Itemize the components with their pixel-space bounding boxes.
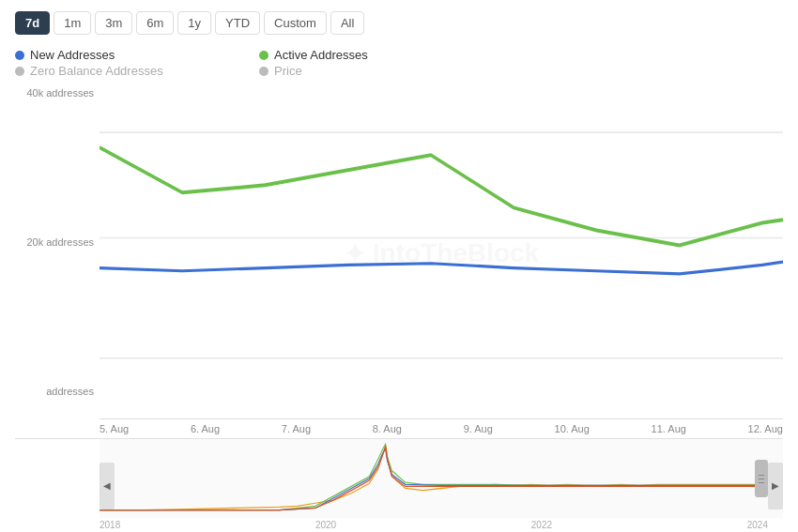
scroll-right-button[interactable]: ▶ — [768, 463, 783, 509]
x-axis-label: 6. Aug — [191, 423, 220, 434]
chart-legend: New AddressesActive AddressesZero Balanc… — [15, 48, 503, 78]
mini-chart-svg — [100, 439, 783, 518]
x-axis-label: 12. Aug — [748, 423, 783, 434]
mini-x-axis-label: 2024 — [747, 520, 768, 530]
y-axis: 40k addresses20k addressesaddresses — [15, 87, 100, 419]
time-btn-7d[interactable]: 7d — [15, 11, 50, 35]
main-chart-area: ✦ IntoTheBlock — [100, 87, 783, 419]
legend-dot — [259, 67, 269, 76]
mini-chart-inner — [15, 439, 783, 518]
legend-dot — [15, 67, 24, 76]
x-axis-label: 7. Aug — [282, 423, 311, 434]
y-axis-label: addresses — [15, 386, 100, 397]
svg-rect-3 — [100, 439, 783, 518]
legend-label: Zero Balance Addresses — [30, 64, 163, 78]
main-chart-svg — [100, 87, 783, 418]
mini-x-axis-label: 2020 — [315, 520, 336, 530]
x-axis-label: 8. Aug — [373, 423, 402, 434]
time-btn-3m[interactable]: 3m — [95, 11, 132, 35]
mini-chart-section: 2018202020222024 ◀ ▶ — [15, 438, 783, 532]
handle-line-1 — [759, 475, 764, 476]
handle-line-3 — [759, 482, 764, 483]
range-handle[interactable] — [755, 460, 768, 497]
mini-x-axis: 2018202020222024 — [15, 518, 783, 532]
legend-item-price: Price — [259, 64, 503, 78]
legend-item-zero-balance-addresses: Zero Balance Addresses — [15, 64, 259, 78]
time-range-bar: 7d1m3m6m1yYTDCustomAll — [15, 11, 783, 35]
mini-x-axis-label: 2018 — [100, 520, 120, 530]
legend-item-new-addresses: New Addresses — [15, 48, 259, 62]
x-axis-label: 11. Aug — [652, 423, 686, 434]
legend-dot — [15, 51, 24, 60]
time-btn-ytd[interactable]: YTD — [215, 11, 260, 35]
time-btn-all[interactable]: All — [330, 11, 364, 35]
mini-x-axis-label: 2022 — [531, 520, 552, 530]
time-btn-1y[interactable]: 1y — [177, 11, 211, 35]
x-axis: 5. Aug6. Aug7. Aug8. Aug9. Aug10. Aug11.… — [15, 419, 783, 438]
time-btn-6m[interactable]: 6m — [136, 11, 174, 35]
chart-with-yaxis: 40k addresses20k addressesaddresses ✦ In… — [15, 87, 783, 419]
mini-chart-area — [100, 439, 783, 518]
x-axis-label: 10. Aug — [555, 423, 590, 434]
time-btn-1m[interactable]: 1m — [54, 11, 91, 35]
scroll-left-button[interactable]: ◀ — [100, 463, 115, 509]
main-chart-wrapper: 40k addresses20k addressesaddresses ✦ In… — [15, 87, 783, 438]
handle-line-2 — [759, 479, 764, 479]
x-axis-label: 9. Aug — [464, 423, 493, 434]
legend-item-active-addresses: Active Addresses — [259, 48, 503, 62]
mini-y-axis — [15, 439, 100, 518]
legend-label: Active Addresses — [274, 48, 368, 62]
y-axis-label: 20k addresses — [15, 236, 100, 248]
y-axis-label: 40k addresses — [15, 87, 100, 99]
time-btn-custom[interactable]: Custom — [264, 11, 327, 35]
legend-label: New Addresses — [30, 48, 115, 62]
app-container: 7d1m3m6m1yYTDCustomAll New AddressesActi… — [0, 0, 798, 532]
x-axis-label: 5. Aug — [100, 423, 129, 434]
legend-label: Price — [274, 64, 302, 78]
legend-dot — [259, 51, 269, 60]
